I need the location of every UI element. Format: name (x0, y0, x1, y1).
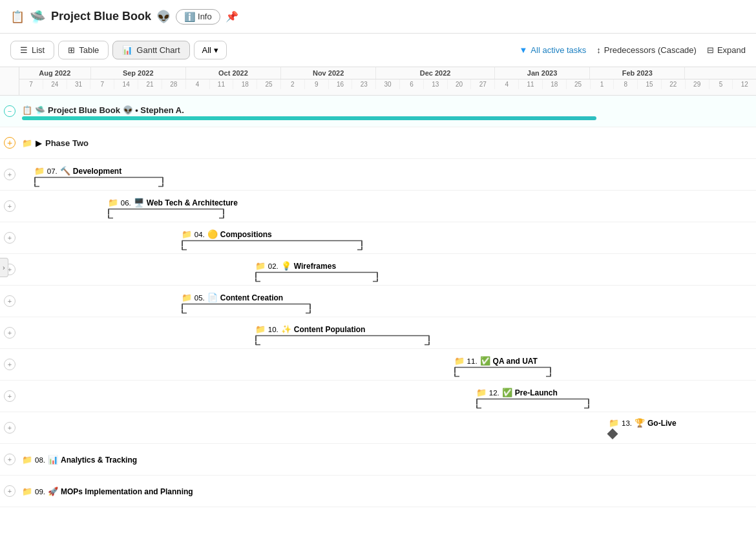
view-toolbar: ☰ List ⊞ Table 📊 Gantt Chart All ▾ ▼ All… (0, 34, 756, 67)
phase-folder-icon: 📁 (22, 138, 32, 148)
pin-icon[interactable]: 📌 (226, 10, 238, 23)
task11-expand[interactable]: + (0, 359, 19, 370)
task12-chart: 📁 12. ✅ Pre-Launch (19, 381, 756, 412)
week-11j: 11 (519, 79, 543, 89)
phase-two-row: + 📁 ▶ Phase Two (0, 127, 756, 159)
task-06-row: + 📁 06. 🖥️ Web Tech & Architecture (0, 191, 756, 222)
task06-plus[interactable]: + (4, 200, 16, 212)
task11-plus[interactable]: + (4, 359, 16, 370)
week-30n: 30 (376, 79, 400, 89)
collapse-circle[interactable]: − (4, 105, 16, 117)
task13-expand[interactable]: + (0, 422, 19, 434)
task02-bar: 📁 02. 💡 Wireframes (255, 261, 378, 278)
task08-expand[interactable]: + (0, 454, 19, 465)
week-1f: 1 (591, 79, 614, 89)
project-title: Project Blue Book (51, 10, 151, 23)
doc-icon: 📋 (22, 105, 32, 115)
task06-chart: 📁 06. 🖥️ Web Tech & Architecture (19, 191, 756, 222)
week-22f: 22 (662, 79, 686, 89)
task06-emoji: 🖥️ (134, 198, 144, 207)
info-button[interactable]: ℹ️ Info (176, 9, 220, 25)
task02-bracket (255, 272, 378, 278)
task02-emoji: 💡 (281, 261, 291, 271)
sort-icon: ↕ (596, 45, 601, 55)
phase-expand[interactable]: + (0, 137, 19, 149)
task09-folder: 📁 (22, 487, 32, 496)
task13-plus[interactable]: + (4, 422, 16, 434)
week-20d: 20 (448, 79, 472, 89)
task09-emoji: 🚀 (48, 487, 58, 496)
ufo-icon-row: 🛸 (35, 105, 45, 115)
month-oct2022: Oct 2022 (186, 67, 281, 79)
week-8f: 8 (614, 79, 638, 89)
document-icon: 📋 (10, 10, 25, 24)
months-timeline: Aug 2022 Sep 2022 Oct 2022 Nov 2022 Dec … (19, 67, 756, 95)
month-aug2022: Aug 2022 (19, 67, 91, 79)
task07-plus[interactable]: + (4, 169, 16, 180)
task12-emoji: ✅ (502, 388, 512, 397)
task10-plus[interactable]: + (4, 327, 16, 339)
task12-expand[interactable]: + (0, 390, 19, 402)
task11-emoji: ✅ (480, 356, 490, 366)
task-12-row: + 📁 12. ✅ Pre-Launch (0, 381, 756, 412)
task05-expand[interactable]: + (0, 295, 19, 307)
list-icon: ☰ (20, 45, 28, 55)
week-23n: 23 (352, 79, 376, 89)
expand-button[interactable]: ⊟ Expand (707, 45, 746, 55)
task05-chart: 📁 05. 📄 Content Creation (19, 286, 756, 317)
gantt-rows: − 📋 🛸 Project Blue Book 👽 • Stephen A. + (0, 96, 756, 535)
task06-bar: 📁 06. 🖥️ Web Tech & Architecture (108, 198, 238, 215)
week-6d: 6 (400, 79, 424, 89)
task-08-row: + 📁 08. 📊 Analytics & Tracking (0, 444, 756, 476)
week-4j: 4 (495, 79, 519, 89)
task09-expand[interactable]: + (0, 485, 19, 497)
task10-expand[interactable]: + (0, 327, 19, 339)
task04-bar: 📁 04. 🟡 Compositions (182, 229, 362, 247)
filter-dropdown[interactable]: All ▾ (194, 41, 227, 59)
sidebar-collapse-arrow[interactable]: › (0, 258, 8, 277)
app-header: 📋 🛸 Project Blue Book 👽 ℹ️ Info 📌 (0, 0, 756, 34)
month-nov2022: Nov 2022 (281, 67, 376, 79)
task-11-row: + 📁 11. ✅ QA and UAT (0, 349, 756, 381)
task08-folder: 📁 (22, 455, 32, 465)
task04-chart: 📁 04. 🟡 Compositions (19, 222, 756, 253)
task08-emoji: 📊 (48, 455, 58, 465)
task04-folder: 📁 (182, 229, 192, 239)
task09-plus[interactable]: + (4, 485, 16, 497)
task08-plus[interactable]: + (4, 454, 16, 465)
task-10-row: + 📁 10. ✨ Content Population (0, 317, 756, 349)
sort-button[interactable]: ↕ Predecessors (Cascade) (596, 45, 697, 55)
table-view-button[interactable]: ⊞ Table (58, 41, 109, 59)
task06-expand[interactable]: + (0, 200, 19, 212)
month-extra (685, 67, 756, 79)
task-02-row: + 📁 02. 💡 Wireframes (0, 254, 756, 286)
task10-folder: 📁 (255, 324, 266, 334)
week-24: 24 (43, 79, 67, 89)
task-07-row: + 📁 07. 🔨 Development (0, 159, 756, 191)
gantt-view-button[interactable]: 📊 Gantt Chart (112, 41, 189, 59)
week-7: 7 (19, 79, 43, 89)
task04-plus[interactable]: + (4, 232, 16, 244)
task04-bracket (182, 240, 362, 247)
task04-expand[interactable]: + (0, 232, 19, 244)
task05-folder: 📁 (182, 293, 192, 302)
label-header-spacer (0, 67, 19, 95)
task13-chart: 📁 13. 🏆 Go-Live (19, 412, 756, 443)
info-circle-icon: ℹ️ (184, 12, 195, 22)
weeks-row: 7 24 31 7 14 21 28 4 11 18 25 2 9 16 23 … (19, 79, 756, 89)
active-tasks-filter[interactable]: ▼ All active tasks (519, 45, 586, 55)
week-16n: 16 (329, 79, 353, 89)
project-expand[interactable]: − (0, 105, 19, 117)
week-27d: 27 (471, 79, 495, 89)
week-21: 21 (138, 79, 162, 89)
project-teal-bar (22, 116, 596, 120)
task05-plus[interactable]: + (4, 295, 16, 307)
task12-plus[interactable]: + (4, 390, 16, 402)
phase-arrow-icon: ▶ (36, 138, 42, 148)
week-18o: 18 (233, 79, 257, 89)
project-bar-area: 📋 🛸 Project Blue Book 👽 • Stephen A. (19, 96, 756, 127)
task10-chart: 📁 10. ✨ Content Population (19, 317, 756, 348)
expand-plus-circle[interactable]: + (4, 137, 16, 149)
task07-expand[interactable]: + (0, 169, 19, 180)
list-view-button[interactable]: ☰ List (10, 41, 54, 59)
